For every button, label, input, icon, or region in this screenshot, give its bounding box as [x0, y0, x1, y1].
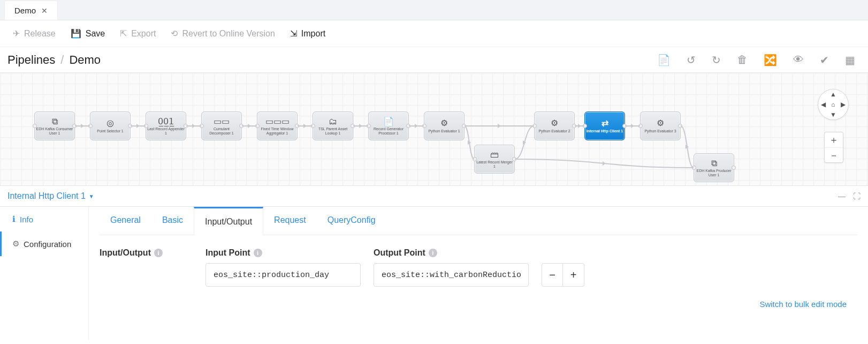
- send-icon: ✈: [13, 28, 20, 39]
- nav-control[interactable]: ▲ ◀⌂▶ ▼: [818, 89, 849, 120]
- release-button[interactable]: ✈ Release: [13, 28, 56, 39]
- output-point-field: Output Point i: [374, 248, 529, 287]
- output-point-input[interactable]: [374, 263, 529, 287]
- row-buttons: − +: [542, 263, 584, 287]
- port-out[interactable]: [406, 124, 410, 128]
- info-circle-icon[interactable]: i: [154, 249, 163, 257]
- node-label: Fixed Time Window Aggregator 1: [258, 127, 296, 135]
- port-out[interactable]: [572, 124, 576, 128]
- trash-icon[interactable]: 🗑: [737, 54, 748, 66]
- port-in[interactable]: [532, 124, 537, 128]
- port-in[interactable]: [255, 124, 260, 128]
- info-circle-icon[interactable]: i: [254, 249, 262, 257]
- port-out[interactable]: [351, 124, 355, 128]
- port-in[interactable]: [33, 124, 37, 128]
- port-out[interactable]: [622, 124, 627, 128]
- tab-request[interactable]: Request: [263, 207, 317, 235]
- port-out[interactable]: [295, 124, 299, 128]
- port-in[interactable]: [473, 157, 477, 161]
- tab-general[interactable]: General: [100, 207, 151, 235]
- port-in[interactable]: [144, 124, 148, 128]
- remove-row-button[interactable]: −: [542, 263, 563, 287]
- port-out[interactable]: [239, 124, 243, 128]
- tab-queryconfig[interactable]: QueryConfig: [317, 207, 386, 235]
- pipeline-node[interactable]: 📄Record Generator Processor 1: [368, 111, 409, 140]
- minimize-icon[interactable]: —: [838, 192, 846, 200]
- port-in[interactable]: [311, 124, 315, 128]
- input-point-input[interactable]: [205, 263, 361, 287]
- check-circle-icon[interactable]: ✔: [820, 54, 829, 66]
- file-icon[interactable]: 📄: [657, 54, 671, 66]
- edge-arrow-icon: [498, 124, 501, 128]
- zoom-out-button[interactable]: －: [825, 147, 843, 162]
- add-row-button[interactable]: +: [563, 263, 584, 287]
- port-in[interactable]: [422, 124, 427, 128]
- import-button[interactable]: ⇲ Import: [290, 28, 325, 39]
- zoom-in-button[interactable]: ＋: [825, 132, 843, 147]
- config-tabs: General Basic Input/Output Request Query…: [100, 207, 857, 235]
- port-out[interactable]: [732, 166, 736, 170]
- pipeline-canvas[interactable]: ⧉EDH Kafka Consumer User 1◎Point Selecto…: [0, 73, 868, 185]
- port-in[interactable]: [692, 166, 696, 170]
- info-circle-icon[interactable]: i: [429, 249, 437, 257]
- info-icon: ℹ: [12, 214, 16, 224]
- port-out[interactable]: [72, 124, 77, 128]
- undo-icon[interactable]: ↺: [687, 54, 696, 66]
- redo-icon[interactable]: ↻: [712, 54, 721, 66]
- apps-icon[interactable]: ▦: [845, 54, 855, 66]
- nav-home-icon[interactable]: ⌂: [828, 100, 839, 110]
- pipeline-node[interactable]: ⚙Python Evaluator 2: [534, 111, 575, 140]
- panel-title-dropdown[interactable]: Internal Http Client 1 ▼: [7, 191, 94, 201]
- file-tab[interactable]: Demo ✕: [4, 1, 58, 20]
- edge-arrow-icon: [81, 124, 84, 128]
- node-icon: ▭▭▭: [265, 117, 290, 126]
- panel-title-label: Internal Http Client 1: [7, 191, 86, 201]
- breadcrumb-root[interactable]: Pipelines: [7, 53, 55, 67]
- port-out[interactable]: [512, 157, 516, 161]
- pipeline-node[interactable]: ▭▭Cumulant Decomposer 1: [201, 111, 242, 140]
- pipeline-node[interactable]: ⇄Internal Http Client 1: [584, 111, 625, 140]
- left-menu-configuration[interactable]: ⚙ Configuration: [0, 231, 88, 256]
- pipeline-node[interactable]: ⚙Python Evaluator 1: [424, 111, 465, 140]
- pipeline-node[interactable]: 0̲0̲1̲Last Record Appender 1: [146, 111, 186, 140]
- node-label: Python Evaluator 1: [428, 129, 460, 133]
- save-button[interactable]: 💾 Save: [71, 28, 105, 39]
- bulk-edit-link[interactable]: Switch to bulk edit mode: [100, 300, 857, 309]
- nav-left-icon[interactable]: ◀: [818, 100, 828, 110]
- pipeline-node[interactable]: ⚙Python Evaluator 3: [640, 111, 681, 140]
- export-button[interactable]: ⇱ Export: [120, 28, 156, 39]
- tab-basic[interactable]: Basic: [151, 207, 194, 235]
- port-in[interactable]: [583, 124, 587, 128]
- nav-right-icon[interactable]: ▶: [838, 100, 848, 110]
- panel-header: Internal Http Client 1 ▼ — ⛶: [0, 185, 868, 207]
- node-icon: 📄: [383, 117, 394, 126]
- port-out[interactable]: [678, 124, 682, 128]
- node-label: Last Record Appender 1: [147, 127, 185, 135]
- pipeline-node[interactable]: 🗂TSL Parent Asset Lookup 1: [313, 111, 353, 140]
- node-label: Python Evaluator 3: [644, 129, 676, 133]
- edge-arrow-icon: [192, 124, 195, 128]
- left-menu-info[interactable]: ℹ Info: [0, 207, 88, 231]
- port-in[interactable]: [88, 124, 93, 128]
- port-out[interactable]: [462, 124, 466, 128]
- shuffle-icon[interactable]: 🔀: [764, 54, 777, 66]
- pipeline-node[interactable]: ⧉EDH Kafka Producer User 1: [694, 153, 734, 182]
- port-in[interactable]: [200, 124, 204, 128]
- nav-up-icon[interactable]: ▲: [828, 89, 839, 100]
- pipeline-node[interactable]: ▭▭▭Fixed Time Window Aggregator 1: [257, 111, 298, 140]
- pipeline-node[interactable]: ◎Point Selector 1: [90, 111, 131, 140]
- port-out[interactable]: [184, 124, 188, 128]
- node-label: Point Selector 1: [97, 129, 123, 133]
- expand-icon[interactable]: ⛶: [853, 192, 861, 200]
- port-out[interactable]: [128, 124, 132, 128]
- eye-icon[interactable]: 👁: [793, 54, 804, 66]
- pipeline-node[interactable]: 🗃Latest Record Merger 1: [474, 145, 515, 174]
- nav-down-icon[interactable]: ▼: [828, 109, 839, 119]
- pipeline-node[interactable]: ⧉EDH Kafka Consumer User 1: [34, 111, 75, 140]
- revert-button[interactable]: ⟲ Revert to Online Version: [171, 28, 275, 39]
- port-in[interactable]: [367, 124, 371, 128]
- port-in[interactable]: [638, 124, 643, 128]
- node-icon: ⧉: [711, 159, 717, 168]
- close-icon[interactable]: ✕: [41, 6, 48, 15]
- tab-io[interactable]: Input/Output: [194, 207, 263, 235]
